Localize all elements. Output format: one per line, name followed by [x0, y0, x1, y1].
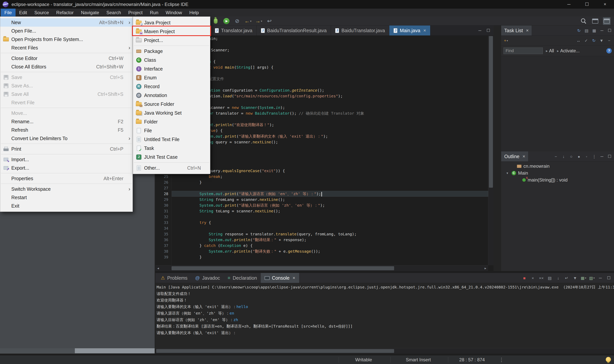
menu-help[interactable]: Help	[186, 9, 203, 16]
view-tab-javadoc[interactable]: @Javadoc	[191, 273, 224, 283]
code-line[interactable]: System.out.print("请输入源语言（例如 'en'、'zh' 等）…	[172, 191, 488, 197]
line-number[interactable]: 31	[155, 208, 171, 214]
menu-item-task[interactable]: ✓Task	[133, 144, 210, 153]
code-line[interactable]	[172, 185, 488, 191]
menu-item-rename[interactable]: Rename...F2	[0, 117, 133, 126]
menu-source[interactable]: Source	[31, 9, 53, 16]
menu-item-revert-file[interactable]: Revert File	[0, 98, 133, 107]
task-list-body[interactable]	[501, 56, 614, 151]
maximize-view-icon[interactable]: ☐	[485, 28, 491, 33]
maximize-view-icon[interactable]: ☐	[606, 275, 612, 281]
view-tab-console[interactable]: Console×	[261, 273, 299, 283]
line-number[interactable]: 30	[155, 202, 171, 208]
menu-item-record[interactable]: RRecord	[133, 82, 210, 91]
outline-item-cn-meowrain[interactable]: cn.meowrain	[501, 163, 614, 170]
code-line[interactable]: import java.util.Scanner;	[172, 47, 488, 53]
help-icon[interactable]: ?	[606, 48, 612, 53]
minimize-view-icon[interactable]: ─	[599, 28, 605, 33]
back-icon[interactable]: ←▾	[244, 17, 252, 25]
code-line[interactable]: break;	[172, 174, 488, 179]
outline-item-main[interactable]: ▾CMain	[501, 170, 614, 177]
code-line[interactable]	[172, 145, 488, 151]
line-number[interactable]: 27	[155, 185, 171, 191]
terminate-icon[interactable]: ■	[521, 275, 527, 281]
menu-search[interactable]: Search	[103, 9, 125, 16]
java-perspective-icon[interactable]	[603, 17, 611, 25]
code-line[interactable]: String toLang = scanner.nextLine();	[172, 208, 488, 214]
menu-item-project[interactable]: Project...	[133, 36, 210, 45]
sync-tasks-icon[interactable]: ↻	[576, 28, 582, 33]
menu-item-source-folder[interactable]: Source Folder	[133, 100, 210, 108]
menu-item-untitled-text-file[interactable]: Untitled Text File	[133, 135, 210, 144]
code-line[interactable]	[172, 214, 488, 220]
maximize-view-icon[interactable]: ☐	[607, 28, 613, 33]
line-number[interactable]: 38	[155, 248, 171, 254]
menu-item-maven-project[interactable]: MMaven Project	[133, 27, 210, 36]
code-line[interactable]: if (query.equalsIgnoreCase("exit")) {	[172, 168, 488, 174]
hide-completed-icon[interactable]: ✓	[583, 38, 589, 43]
line-number[interactable]: 28	[155, 191, 171, 197]
scrollbar-thumb[interactable]	[0, 348, 75, 353]
menu-item-java-working-set[interactable]: Java Working Set	[133, 108, 210, 117]
code-line[interactable]	[172, 82, 488, 87]
editor-sidebar-sash[interactable]	[493, 26, 501, 271]
outline-item-main-string-void[interactable]: Smain(String[]) : void	[501, 177, 614, 183]
menu-item-open-projects-from-file-system[interactable]: Open Projects from File System...	[0, 35, 133, 43]
filter-all-link[interactable]: ▸ All	[546, 48, 554, 53]
menu-item-package[interactable]: Package	[133, 47, 210, 56]
line-number[interactable]: 29	[155, 197, 171, 202]
scrollbar-thumb[interactable]	[172, 266, 394, 270]
new-task-icon[interactable]: +▾	[503, 38, 509, 43]
activate-link[interactable]: ▸ Activate...	[557, 48, 580, 53]
code-line[interactable]: Configuration configuration = Configurat…	[172, 87, 488, 93]
menu-item-new[interactable]: NewAlt+Shift+N›	[0, 18, 133, 27]
minimize-view-icon[interactable]: ─	[599, 154, 605, 159]
menu-item-import[interactable]: ↘Import...	[0, 155, 133, 164]
menu-item-convert-line-delimiters-to[interactable]: Convert Line Delimiters To›	[0, 134, 133, 143]
clear-console-icon[interactable]: ▤	[547, 275, 553, 281]
code-line[interactable]: configuration.load("src/main/resources/c…	[172, 93, 488, 99]
menu-item-close-all-editors[interactable]: Close All EditorsCtrl+Shift+W	[0, 63, 133, 71]
menu-item-interface[interactable]: IInterface	[133, 65, 210, 73]
left-panel-horizontal-scrollbar[interactable]	[0, 348, 155, 353]
code-line[interactable]	[172, 99, 488, 105]
code-line[interactable]: String response = translator.translate(q…	[172, 231, 488, 237]
skip-all-breakpoints-icon[interactable]: ⊘	[233, 17, 241, 25]
code-line[interactable]: Translator translator = new BaiduTransla…	[172, 110, 488, 116]
code-line[interactable]	[172, 41, 488, 47]
pin-console-icon[interactable]: ▼	[572, 275, 578, 281]
expander-icon[interactable]: ▾	[505, 171, 510, 175]
code-line[interactable]: while (true) {	[172, 128, 488, 133]
categorized-icon[interactable]: ▤	[584, 28, 589, 33]
code-line[interactable]: public class Main {	[172, 59, 488, 65]
menu-item-print[interactable]: PrintCtrl+P	[0, 145, 133, 153]
menu-item-file[interactable]: File	[133, 126, 210, 135]
menu-item-recent-files[interactable]: Recent Files›	[0, 43, 133, 52]
menu-item-move[interactable]: Move...	[0, 109, 133, 117]
notification-bulb-icon[interactable]	[606, 357, 611, 362]
find-input[interactable]	[504, 48, 543, 54]
editor-tab-translator-java[interactable]: JTranslator.java	[211, 26, 257, 36]
code-line[interactable]: public static void main(String[] args) {	[172, 65, 488, 70]
code-line[interactable]: Scanner scanner = new Scanner(System.in)…	[172, 105, 488, 110]
link-with-editor-icon[interactable]: ↔	[576, 38, 581, 43]
line-number[interactable]: 25	[155, 174, 171, 179]
scroll-lock-icon[interactable]: ↓	[555, 275, 561, 281]
menu-item-refresh[interactable]: RefreshF5	[0, 126, 133, 134]
menu-item-class[interactable]: CClass	[133, 56, 210, 65]
scrollbar-thumb[interactable]	[489, 36, 493, 188]
open-perspective-icon[interactable]	[591, 17, 599, 25]
menu-item-exit[interactable]: Exit	[0, 202, 133, 210]
scroll-left-arrow-icon[interactable]: ◄	[155, 265, 161, 271]
close-tab-icon[interactable]: ×	[293, 275, 295, 281]
debug-icon[interactable]	[212, 17, 219, 25]
line-number[interactable]: 35	[155, 231, 171, 237]
menu-item-export[interactable]: ↗Export...	[0, 164, 133, 172]
editor-horizontal-scrollbar[interactable]: ◄ ►	[155, 265, 488, 271]
code-line[interactable]	[172, 156, 488, 162]
close-window-button[interactable]: ×	[596, 0, 614, 9]
sort-icon[interactable]: ↓	[561, 154, 566, 159]
open-console-icon[interactable]: ▧▾	[589, 275, 595, 281]
code-content[interactable]: package cn.meowrain;import java.util.Sca…	[172, 36, 488, 265]
status-overflow-icon[interactable]: ⋮	[499, 355, 504, 364]
